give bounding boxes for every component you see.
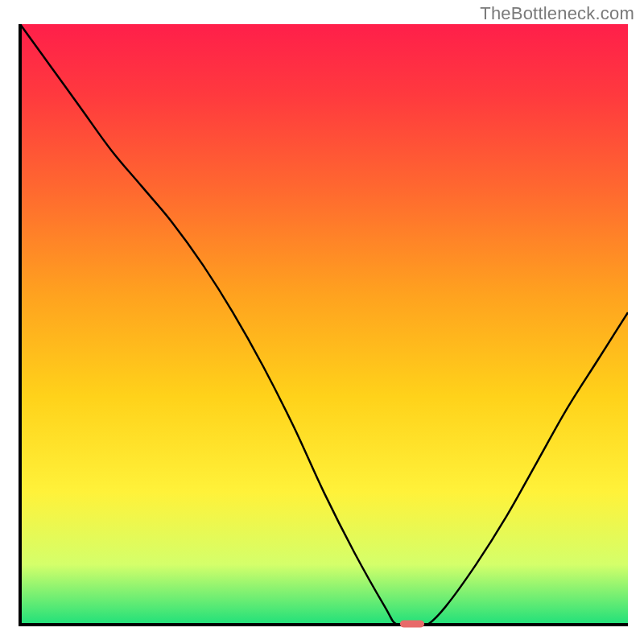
plot-background — [20, 24, 628, 625]
minimum-marker — [400, 621, 424, 628]
bottleneck-chart — [0, 0, 644, 644]
attribution-label: TheBottleneck.com — [480, 3, 634, 24]
chart-container: TheBottleneck.com — [0, 0, 644, 644]
